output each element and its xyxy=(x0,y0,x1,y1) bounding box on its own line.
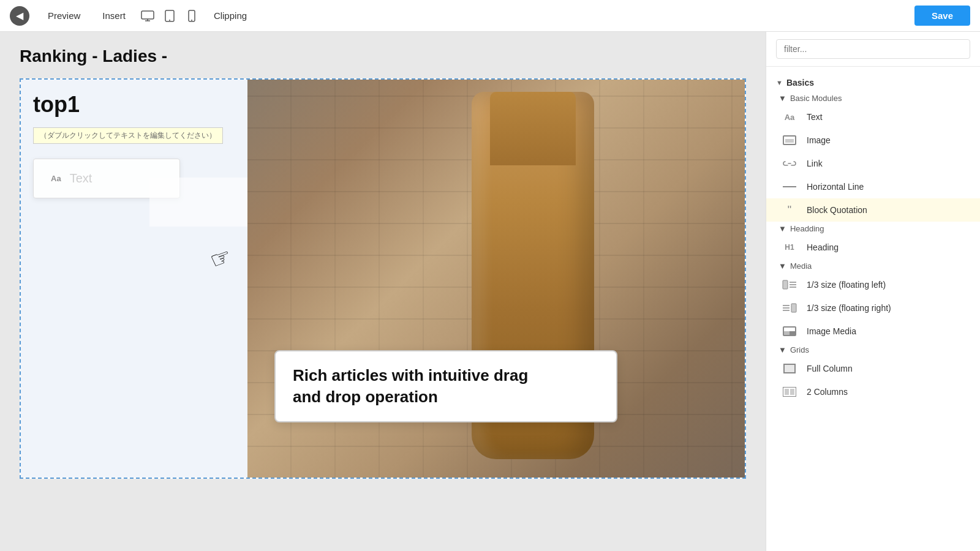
sidebar-item-image[interactable]: Image xyxy=(766,129,980,152)
sidebar-section-basics: ▼ Basics ▼ Basic Modules Aa Text Imag xyxy=(766,67,980,406)
save-button[interactable]: Save xyxy=(914,6,970,26)
callout-text: Rich articles with intuitive dragand dro… xyxy=(293,365,599,408)
preview-button[interactable]: Preview xyxy=(37,7,91,24)
cursor-hand-icon: ☞ xyxy=(207,242,236,275)
svg-point-4 xyxy=(169,20,170,21)
chevron-down-icon: ▼ xyxy=(778,94,786,103)
sidebar-subsection-headding-label: Headding xyxy=(790,224,824,233)
2-columns-icon xyxy=(781,386,798,398)
sidebar-subsection-grids[interactable]: ▼ Grids xyxy=(766,343,980,357)
sidebar-item-image-media-label: Image Media xyxy=(807,326,856,336)
back-icon: ◀ xyxy=(16,10,23,21)
h1-icon: H1 xyxy=(781,241,798,253)
sidebar: ▼ Basics ▼ Basic Modules Aa Text Imag xyxy=(766,32,980,551)
sidebar-item-third-right[interactable]: 1/3 size (floating right) xyxy=(766,296,980,320)
chevron-down-icon: ▼ xyxy=(776,79,783,86)
sidebar-section-basics-header[interactable]: ▼ Basics xyxy=(766,74,980,91)
canvas-right-panel: Rich articles with intuitive dragand dro… xyxy=(247,80,745,478)
canvas-top1-label: top1 xyxy=(33,92,235,118)
tablet-icon[interactable] xyxy=(159,5,181,27)
sidebar-item-text-label: Text xyxy=(807,112,823,122)
insert-button[interactable]: Insert xyxy=(91,7,137,24)
main-layout: Ranking - Ladies - top1 （ダブルクリックしてテキストを編… xyxy=(0,32,980,551)
sidebar-item-link[interactable]: Link xyxy=(766,152,980,175)
sidebar-item-horizontal-line[interactable]: Horizontal Line xyxy=(766,175,980,198)
drag-preview-aa-icon: Aa xyxy=(51,174,61,183)
sidebar-filter-area xyxy=(766,32,980,67)
sidebar-subsection-basic-modules[interactable]: ▼ Basic Modules xyxy=(766,91,980,105)
back-button[interactable]: ◀ xyxy=(10,6,29,26)
sidebar-item-2-columns[interactable]: 2 Columns xyxy=(766,380,980,403)
sidebar-filter-input[interactable] xyxy=(776,39,970,59)
float-right-icon xyxy=(781,302,798,314)
sidebar-item-full-column[interactable]: Full Column xyxy=(766,357,980,380)
callout-tooltip: Rich articles with intuitive dragand dro… xyxy=(274,350,617,422)
sidebar-item-third-left-label: 1/3 size (floating left) xyxy=(807,280,886,290)
quote-icon: " xyxy=(781,204,798,216)
sidebar-item-full-column-label: Full Column xyxy=(807,364,853,373)
page-title: Ranking - Ladies - xyxy=(20,47,746,66)
sidebar-subsection-headding[interactable]: ▼ Headding xyxy=(766,222,980,236)
image-icon xyxy=(781,134,798,146)
float-left-icon xyxy=(781,279,798,291)
canvas[interactable]: top1 （ダブルクリックしてテキストを編集してください） Aa Text ☞ xyxy=(20,78,746,479)
sidebar-item-link-label: Link xyxy=(807,159,823,168)
editor-area: Ranking - Ladies - top1 （ダブルクリックしてテキストを編… xyxy=(0,32,766,551)
toolbar: ◀ Preview Insert Clipping Save xyxy=(0,0,980,32)
sidebar-item-third-right-label: 1/3 size (floating right) xyxy=(807,303,891,313)
sidebar-subsection-media-label: Media xyxy=(790,261,812,271)
mobile-icon[interactable] xyxy=(181,5,203,27)
sidebar-item-heading-label: Heading xyxy=(807,242,839,252)
sidebar-item-block-quotation[interactable]: " Block Quotation xyxy=(766,198,980,222)
sidebar-item-2-columns-label: 2 Columns xyxy=(807,387,848,397)
canvas-edit-hint: （ダブルクリックしてテキストを編集してください） xyxy=(33,127,223,144)
sidebar-item-heading[interactable]: H1 Heading xyxy=(766,236,980,259)
svg-point-6 xyxy=(191,20,192,21)
image-media-icon xyxy=(781,325,798,337)
drag-ghost xyxy=(149,178,247,227)
coat-collar xyxy=(490,92,576,165)
svg-rect-7 xyxy=(783,280,788,289)
sidebar-subsection-basic-modules-label: Basic Modules xyxy=(790,94,842,103)
sidebar-item-image-label: Image xyxy=(807,135,831,145)
sidebar-item-third-left[interactable]: 1/3 size (floating left) xyxy=(766,273,980,296)
sidebar-item-quote-label: Block Quotation xyxy=(807,205,867,215)
text-icon: Aa xyxy=(781,111,798,123)
full-column-icon xyxy=(781,362,798,375)
svg-rect-11 xyxy=(791,304,796,312)
sidebar-item-image-media[interactable]: Image Media xyxy=(766,320,980,343)
sidebar-item-text[interactable]: Aa Text xyxy=(766,105,980,129)
sidebar-section-basics-label: Basics xyxy=(786,78,814,88)
sidebar-item-hr-label: Horizontal Line xyxy=(807,182,864,192)
horizontal-line-icon xyxy=(781,181,798,193)
sidebar-subsection-media[interactable]: ▼ Media xyxy=(766,259,980,273)
clipping-button[interactable]: Clipping xyxy=(203,7,258,24)
sidebar-subsection-grids-label: Grids xyxy=(790,345,809,354)
svg-rect-0 xyxy=(141,11,154,19)
canvas-left-panel: top1 （ダブルクリックしてテキストを編集してください） Aa Text ☞ xyxy=(21,80,247,478)
chevron-down-icon: ▼ xyxy=(778,345,786,354)
link-icon xyxy=(781,157,798,170)
chevron-down-icon: ▼ xyxy=(778,224,786,233)
chevron-down-icon: ▼ xyxy=(778,261,786,271)
drag-preview-label: Text xyxy=(70,171,92,186)
desktop-icon[interactable] xyxy=(137,5,159,27)
